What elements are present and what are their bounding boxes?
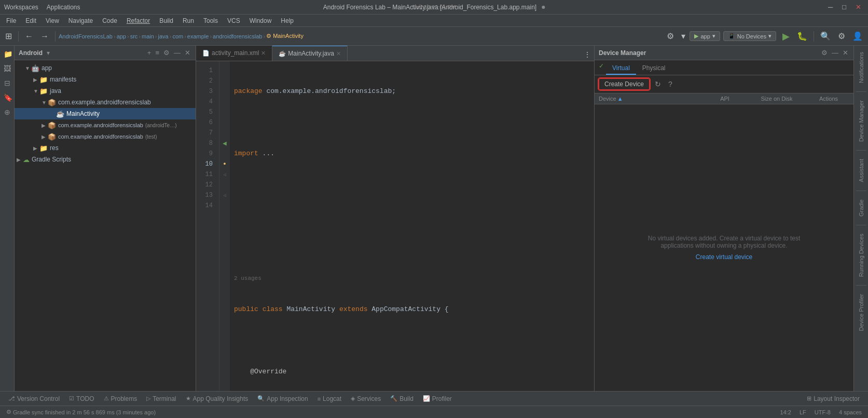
- tab-mainactivity-java[interactable]: ☕ MainActivity.java ✕: [272, 46, 347, 61]
- debug-btn[interactable]: 🐛: [794, 29, 810, 43]
- back-btn[interactable]: ←: [22, 30, 36, 43]
- dm-refresh-btn[interactable]: ↻: [653, 79, 663, 89]
- tree-item-pkg-test[interactable]: ▶ 📦 com.example.androidforensicslab (tes…: [15, 131, 196, 142]
- resource-manager-icon[interactable]: 🖼: [2, 62, 13, 75]
- code-content[interactable]: package com.example.androidforensicslab;…: [230, 61, 594, 391]
- tree-item-pkg-android[interactable]: ▶ 📦 com.example.androidforensicslab (and…: [15, 119, 196, 131]
- breadcrumb-main[interactable]: main: [142, 33, 154, 39]
- project-close-btn[interactable]: ✕: [184, 48, 191, 58]
- dm-help-btn[interactable]: ?: [666, 79, 674, 89]
- menu-edit[interactable]: Edit: [21, 16, 40, 25]
- dm-tab-virtual[interactable]: Virtual: [606, 62, 636, 75]
- breadcrumb-mainactivity[interactable]: ⚙ MainActivity: [266, 33, 304, 39]
- breadcrumb-example[interactable]: example: [187, 33, 209, 39]
- line-ending[interactable]: LF: [797, 409, 808, 415]
- tab-close-java[interactable]: ✕: [336, 50, 341, 57]
- tab-problems[interactable]: ⚠ Problems: [100, 393, 142, 404]
- menu-code[interactable]: Code: [98, 16, 121, 25]
- menu-window[interactable]: Window: [245, 16, 276, 25]
- assistant-strip[interactable]: Assistant: [857, 155, 865, 186]
- tab-activity-main-xml[interactable]: 📄 activity_main.xml ✕: [196, 46, 272, 61]
- device-dropdown[interactable]: 📱 No Devices ▾: [723, 31, 776, 41]
- project-icon[interactable]: 📁: [2, 48, 13, 60]
- tab-build[interactable]: 🔨 Build: [386, 393, 418, 404]
- dm-minimize-btn[interactable]: —: [831, 48, 839, 58]
- maximize-btn[interactable]: □: [839, 2, 849, 12]
- editor-options-btn[interactable]: ⋮: [581, 48, 594, 61]
- tab-close-xml[interactable]: ✕: [261, 50, 266, 57]
- build-variants-icon[interactable]: ⊕: [2, 106, 13, 118]
- tab-services[interactable]: ◈ Services: [347, 393, 385, 404]
- spaces[interactable]: 4 spaces: [837, 409, 864, 415]
- tree-item-res[interactable]: ▶ 📁 res: [15, 142, 196, 154]
- app-dropdown[interactable]: ▶ app ▾: [690, 31, 720, 41]
- close-btn[interactable]: ✕: [853, 2, 864, 12]
- dm-tab-physical[interactable]: Physical: [636, 62, 672, 75]
- menu-run[interactable]: Run: [178, 16, 198, 25]
- workspaces-menu[interactable]: Workspaces: [4, 4, 38, 11]
- menu-refactor[interactable]: Refactor: [122, 16, 154, 25]
- tab-app-quality[interactable]: ★ App Quality Insights: [182, 393, 253, 404]
- tab-layout-inspector[interactable]: ⊞ Layout Inspector: [803, 393, 864, 404]
- notifications-strip[interactable]: Notifications: [857, 48, 865, 87]
- menu-navigate[interactable]: Navigate: [64, 16, 97, 25]
- device-manager-strip[interactable]: Device Manager: [857, 96, 865, 146]
- breadcrumb-java[interactable]: java: [158, 33, 169, 39]
- breadcrumb-app[interactable]: app: [117, 33, 126, 39]
- dm-col-size-header[interactable]: Size on Disk: [746, 96, 808, 102]
- tab-terminal[interactable]: ▷ Terminal: [142, 393, 180, 404]
- breadcrumb-androidforensicslab2[interactable]: androidforensicslab: [213, 33, 262, 39]
- dm-col-device-header[interactable]: Device ▲: [599, 96, 704, 102]
- project-new-btn[interactable]: +: [146, 48, 153, 58]
- settings-btn[interactable]: ⚙: [835, 29, 848, 43]
- tree-item-app[interactable]: ▼ 🤖 app: [15, 62, 196, 74]
- breadcrumb-src[interactable]: src: [130, 33, 138, 39]
- create-virtual-device-link[interactable]: Create virtual device: [696, 253, 752, 261]
- tree-item-mainactivity[interactable]: ☕ MainActivity: [15, 108, 196, 119]
- tree-item-pkg-main[interactable]: ▼ 📦 com.example.androidforensicslab: [15, 97, 196, 108]
- encoding[interactable]: UTF-8: [812, 409, 833, 415]
- dm-settings-btn[interactable]: ⚙: [820, 48, 829, 58]
- tree-item-gradle[interactable]: ▶ ☁ Gradle Scripts: [15, 154, 196, 165]
- tab-logcat[interactable]: ≡ Logcat: [313, 393, 346, 404]
- project-structure-btn[interactable]: ⊞: [2, 29, 15, 43]
- menu-view[interactable]: View: [42, 16, 63, 25]
- menu-build[interactable]: Build: [155, 16, 177, 25]
- breadcrumb-androidforensicslab[interactable]: AndroidForensicsLab: [59, 33, 113, 39]
- dm-col-api-header[interactable]: API: [704, 96, 746, 102]
- menu-vcs[interactable]: VCS: [223, 16, 244, 25]
- tab-app-inspection[interactable]: 🔍 App Inspection: [253, 393, 312, 404]
- dm-close-btn[interactable]: ✕: [842, 48, 849, 58]
- forward-btn[interactable]: →: [37, 30, 52, 43]
- tree-item-java[interactable]: ▼ 📁 java: [15, 85, 196, 97]
- code-editor[interactable]: 1 2 3 4 5 6 7 8 9 10 11 12 13 14: [196, 61, 594, 391]
- applications-menu[interactable]: Applications: [47, 4, 80, 11]
- structure-icon[interactable]: ⊟: [2, 77, 13, 89]
- tree-label-gradle: Gradle Scripts: [32, 156, 71, 163]
- run-button[interactable]: ▶: [779, 29, 793, 44]
- create-device-button[interactable]: Create Device: [599, 78, 650, 90]
- minimize-btn[interactable]: ─: [825, 2, 835, 12]
- bookmarks-icon[interactable]: 🔖: [2, 91, 13, 104]
- config-btn[interactable]: ⚙: [664, 29, 677, 43]
- menu-tools[interactable]: Tools: [199, 16, 222, 25]
- device-profiler-strip[interactable]: Device Profiler: [857, 290, 865, 335]
- account-btn[interactable]: 👤: [849, 29, 866, 43]
- running-devices-strip[interactable]: Running Devices: [857, 230, 865, 281]
- dropdown-btn[interactable]: ▾: [678, 29, 688, 43]
- tree-item-manifests[interactable]: ▶ 📁 manifests: [15, 74, 196, 85]
- project-dropdown-arrow[interactable]: ▾: [47, 49, 50, 57]
- tab-profiler[interactable]: 📈 Profiler: [419, 393, 456, 404]
- cursor-position[interactable]: 14:2: [778, 409, 793, 415]
- search-btn[interactable]: 🔍: [817, 29, 834, 43]
- menu-file[interactable]: File: [2, 16, 20, 25]
- project-config-btn[interactable]: ⚙: [162, 48, 171, 58]
- gradle-strip[interactable]: Gradle: [857, 195, 865, 221]
- tab-version-control[interactable]: ⎇ Version Control: [4, 393, 64, 404]
- project-sort-btn[interactable]: ≡: [154, 48, 160, 58]
- gradle-sync-status[interactable]: ⚙ Gradle sync finished in 2 m 56 s 869 m…: [4, 409, 158, 415]
- project-collapse-btn[interactable]: —: [173, 48, 182, 58]
- breadcrumb-com[interactable]: com: [172, 33, 183, 39]
- tab-todo[interactable]: ☑ TODO: [65, 393, 98, 404]
- menu-help[interactable]: Help: [277, 16, 298, 25]
